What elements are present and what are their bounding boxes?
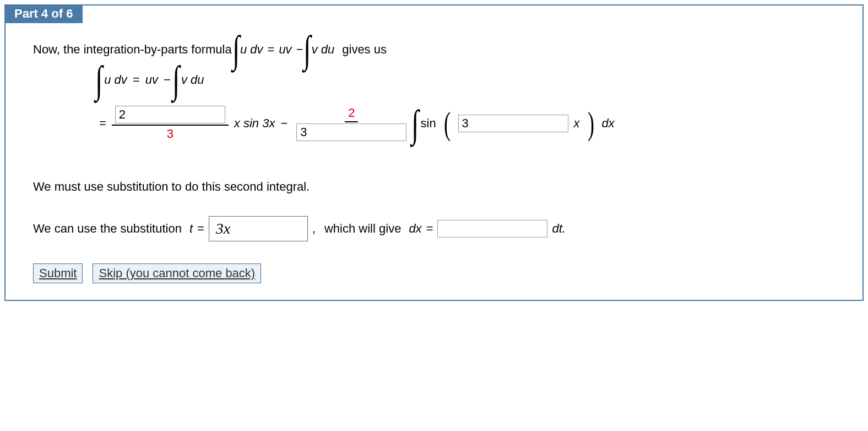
question-content: Now, the integration-by-parts formula ∫ … — [6, 23, 862, 300]
dx-text: dx — [602, 116, 615, 131]
intro-eq: = — [268, 42, 275, 57]
minus-sign: − — [280, 116, 287, 131]
fraction-2: 2 — [293, 106, 410, 141]
answer-input-dx[interactable] — [437, 220, 547, 238]
part-label: Part 4 of 6 — [14, 7, 73, 20]
sub-text-mid: which will give — [324, 222, 401, 236]
answer-input-3[interactable] — [458, 115, 568, 132]
sin-text: sin — [421, 116, 436, 131]
formula-uv: uv — [145, 73, 158, 87]
intro-vdu: v du — [312, 42, 335, 57]
submit-button[interactable]: Submit — [33, 263, 83, 283]
button-row: Submit Skip (you cannot come back) — [33, 263, 840, 283]
formula-minus: − — [164, 73, 171, 87]
integral-icon: ∫ — [172, 70, 180, 89]
equation-row: = 3 x sin 3x − 2 ∫ sin ( x ) dx — [99, 106, 840, 141]
close-paren-icon: ) — [588, 114, 594, 133]
integral-icon: ∫ — [95, 70, 102, 89]
sub-box-value: 3x — [216, 220, 230, 238]
question-panel: Part 4 of 6 Now, the integration-by-part… — [4, 4, 864, 301]
formula-udv: u dv — [104, 73, 127, 87]
answer-input-1[interactable] — [115, 106, 225, 123]
fraction2-num: 2 — [345, 106, 358, 122]
intro-line: Now, the integration-by-parts formula ∫ … — [33, 40, 840, 59]
intro-udv: u dv — [240, 42, 263, 57]
x-sin-3x: x sin 3x — [234, 116, 275, 131]
answer-input-2[interactable] — [296, 123, 406, 141]
t-var: t — [189, 222, 193, 236]
intro-text-before: Now, the integration-by-parts formula — [33, 42, 232, 57]
intro-uv: uv — [279, 42, 291, 57]
substitution-box[interactable]: 3x — [209, 216, 308, 241]
formula-vdu: v du — [181, 73, 204, 87]
fraction1-denom: 3 — [164, 126, 177, 141]
dx-var: dx — [409, 222, 421, 236]
substitution-text-1: We must use substitution to do this seco… — [33, 180, 840, 194]
integral-icon: ∫ — [303, 40, 311, 59]
sub-eq2: = — [426, 222, 433, 236]
fraction-1: 3 — [112, 106, 229, 141]
substitution-line: We can use the substitution t = 3x , whi… — [33, 216, 840, 241]
integral-icon: ∫ — [411, 114, 419, 133]
sub-comma: , — [312, 222, 316, 236]
sub-eq: = — [197, 222, 204, 236]
eq-sign: = — [99, 116, 106, 131]
formula-row: ∫ u dv = uv − ∫ v du — [99, 70, 840, 89]
skip-button[interactable]: Skip (you cannot come back) — [93, 263, 261, 283]
formula-eq: = — [133, 73, 140, 87]
integral-icon: ∫ — [232, 40, 240, 59]
dt-text: dt. — [552, 222, 565, 236]
part-header: Part 4 of 6 — [4, 4, 83, 23]
intro-text-after: gives us — [342, 42, 387, 57]
open-paren-icon: ( — [444, 114, 451, 133]
x-text: x — [574, 116, 580, 131]
sub-text-before: We can use the substitution — [33, 222, 182, 236]
intro-minus: − — [296, 42, 303, 57]
